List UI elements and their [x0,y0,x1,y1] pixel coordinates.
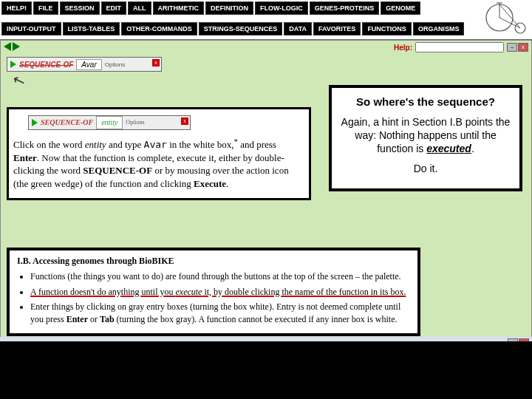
menu-lists-tables[interactable]: LISTS-TABLES [63,22,120,35]
cursor-arrow-icon: ↖ [10,70,27,91]
menu-definition[interactable]: DEFINITION [205,1,253,15]
menu-flowlogic[interactable]: FLOW-LOGIC [255,1,308,15]
nav-forward-icon[interactable] [13,42,20,51]
action-wedge-icon[interactable] [10,61,16,68]
function-box-example: SEQUENCE-OF entity Options x [28,115,191,130]
menu-favorites[interactable]: FAVORITES [313,22,361,35]
callout-doit: Do it. [338,162,514,175]
help-input[interactable] [415,42,504,52]
ib-bullet-3: Enter things by clicking on gray entry b… [30,301,410,326]
menu-edit[interactable]: EDIT [101,1,127,15]
ib-bullet-1: Functions (the things you want to do) ar… [30,270,410,283]
instruction-panel: SEQUENCE-OF entity Options x Click on th… [7,107,311,200]
bicycle-logo-icon [483,0,529,35]
menu-data[interactable]: DATA [284,22,312,35]
help-bar: Help: – x [1,41,531,54]
menu-input-output[interactable]: INPUT-OUTPUT [1,22,61,35]
menu-other-commands[interactable]: OTHER-COMMANDS [121,22,197,35]
options-label[interactable]: Options [105,61,126,68]
nav-back-icon[interactable] [4,42,11,51]
menu-organisms[interactable]: ORGANISMS [413,22,465,35]
menu-strings-sequences[interactable]: STRINGS-SEQUENCES [199,22,283,35]
menu-session[interactable]: SESSION [60,1,100,15]
menu-genome[interactable]: GENOME [381,1,420,15]
menu-help[interactable]: HELP! [1,1,32,15]
action-wedge-icon [32,119,38,126]
nav-arrows [4,42,20,51]
help-label: Help: [394,44,412,52]
menu-arithmetic[interactable]: ARITHMETIC [153,1,205,15]
minimize-icon[interactable]: – [507,43,517,52]
top-menu-bar: HELP! FILE SESSION EDIT ALL ARITHMETIC D… [0,0,532,40]
section-ib-panel: I.B. Accessing genomes through BioBIKE F… [7,248,420,336]
menu-all[interactable]: ALL [128,1,151,15]
callout-body: Again, a hint in Section I.B points the … [338,115,514,156]
arg-entry-avar[interactable]: Avar [76,59,101,70]
menu-functions[interactable]: FUNCTIONS [362,22,412,35]
box-close-icon: x [181,117,188,125]
menu-genes-proteins[interactable]: GENES-PROTEINS [310,1,380,15]
hint-callout: So where's the sequence? Again, a hint i… [329,85,522,191]
callout-title: So where's the sequence? [338,95,514,108]
options-label: Options [126,119,144,127]
function-name-label: SEQUENCE-OF [41,117,93,128]
arg-entry-entity: entity [96,116,123,129]
menu-file[interactable]: FILE [33,1,58,15]
section-ib-title: I.B. Accessing genomes through BioBIKE [17,255,410,267]
instruction-text: Click on the word entity and type Avar i… [13,136,304,191]
workspace-area: Help: – x SEQUENCE-OF Avar Options x ↖ S… [0,40,532,341]
close-icon[interactable]: x [518,43,528,52]
function-box-sequence-of[interactable]: SEQUENCE-OF Avar Options x [7,57,162,72]
box-close-icon[interactable]: x [152,59,160,66]
function-name-label: SEQUENCE-OF [19,61,73,69]
ib-bullet-2: A function doesn't do anything until you… [30,286,410,299]
bottom-black-band [0,341,532,399]
svg-line-5 [499,4,520,28]
